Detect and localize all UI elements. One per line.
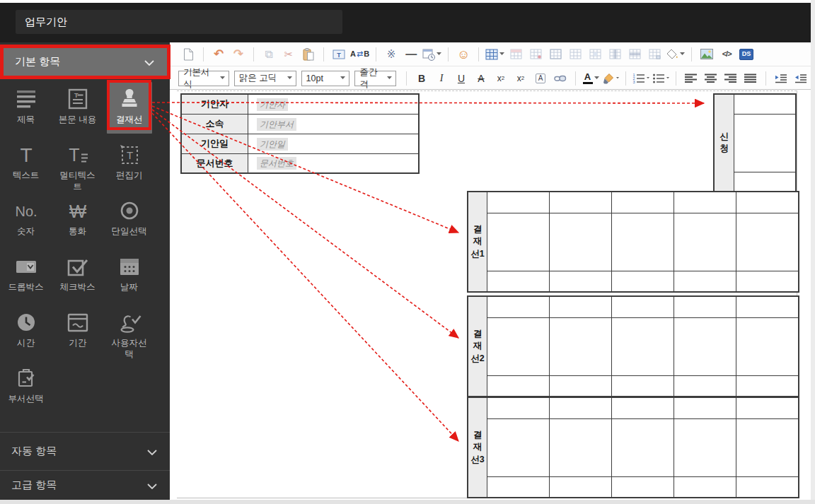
- table-cell[interactable]: [550, 397, 612, 418]
- table-cell[interactable]: [612, 296, 674, 317]
- sidebar-item-checkbox[interactable]: 체크박스: [52, 250, 103, 305]
- insert-column-button[interactable]: [526, 46, 545, 63]
- underline-button[interactable]: U: [452, 70, 470, 87]
- text-box-button[interactable]: T: [330, 46, 348, 63]
- table-cell[interactable]: [487, 397, 550, 418]
- outdent-button[interactable]: [772, 70, 790, 87]
- indent-button[interactable]: [792, 70, 810, 87]
- table-cell[interactable]: [487, 375, 550, 397]
- table-cell[interactable]: [736, 271, 799, 292]
- table-properties-button[interactable]: [546, 46, 565, 63]
- cell-border-button[interactable]: [566, 46, 584, 63]
- table-cell[interactable]: [612, 192, 674, 213]
- field-value-cell[interactable]: 문서번호: [248, 153, 420, 173]
- sidebar-section-advanced-items[interactable]: 고급 항목: [0, 470, 170, 500]
- sidebar-item-multi-text[interactable]: T멀티텍스트: [52, 138, 103, 194]
- sidebar-item-inline-editor[interactable]: T편집기: [103, 138, 155, 194]
- table-cell[interactable]: [550, 476, 612, 498]
- apply-table-label-cell[interactable]: 신청: [714, 94, 734, 192]
- special-character-button[interactable]: ※: [382, 46, 400, 63]
- field-label-cell[interactable]: 기안자: [181, 94, 248, 114]
- table-cell[interactable]: [550, 192, 612, 213]
- sidebar-item-number[interactable]: No.숫자: [0, 194, 52, 250]
- table-cell[interactable]: [736, 418, 799, 476]
- form-title-input[interactable]: [16, 10, 342, 34]
- sidebar-item-clock[interactable]: 시간: [0, 305, 52, 361]
- table-cell[interactable]: [612, 476, 674, 498]
- subscript-button[interactable]: x2: [511, 70, 530, 87]
- sidebar-item-title-lines[interactable]: 제목: [0, 82, 52, 138]
- field-value-cell[interactable]: 기안자: [248, 94, 420, 114]
- table-button[interactable]: [485, 46, 505, 63]
- merge-cells-button[interactable]: [586, 46, 604, 63]
- paste-button[interactable]: [299, 46, 318, 63]
- align-left-button[interactable]: [682, 70, 700, 87]
- table-cell[interactable]: [550, 296, 612, 317]
- sidebar-section-auto-items[interactable]: 자동 항목: [0, 432, 170, 470]
- superscript-button[interactable]: x2: [492, 70, 510, 87]
- table-cell[interactable]: [487, 192, 550, 213]
- table-cell[interactable]: [487, 476, 550, 498]
- sidebar-item-user-select[interactable]: 사용자선택: [103, 305, 155, 361]
- redo-button[interactable]: ↷: [229, 46, 248, 63]
- table-cell[interactable]: [736, 397, 799, 418]
- sidebar-item-text[interactable]: T텍스트: [0, 138, 52, 194]
- copy-button[interactable]: ⧉: [260, 46, 278, 63]
- sidebar-item-period[interactable]: 기간: [52, 305, 103, 361]
- split-cells-button[interactable]: [606, 46, 624, 63]
- emoticon-button[interactable]: ☺: [454, 46, 473, 63]
- table-cell[interactable]: [674, 476, 736, 498]
- image-button[interactable]: [698, 46, 716, 63]
- table-cell[interactable]: [736, 317, 799, 375]
- hyperlink-button[interactable]: [551, 70, 570, 87]
- new-document-button[interactable]: [179, 46, 197, 63]
- table-cell[interactable]: [612, 397, 674, 418]
- cell-color-button[interactable]: [665, 46, 686, 63]
- field-value-cell[interactable]: 기안부서: [248, 114, 420, 134]
- table-cell[interactable]: [550, 317, 612, 375]
- sidebar-item-approval-stamp[interactable]: 결재선: [107, 82, 152, 134]
- field-label-cell[interactable]: 소속: [181, 114, 248, 134]
- table-cell[interactable]: [550, 213, 612, 271]
- table-cell[interactable]: [487, 271, 550, 292]
- table-cell[interactable]: [550, 375, 612, 397]
- sidebar-item-radio[interactable]: 단일선택: [103, 194, 155, 250]
- highlight-color-button[interactable]: [601, 70, 620, 87]
- character-style-button[interactable]: A: [531, 70, 550, 87]
- table-cell[interactable]: [674, 317, 736, 375]
- split-row-button[interactable]: [625, 46, 644, 63]
- table-cell[interactable]: [736, 213, 799, 271]
- sidebar-item-body-content[interactable]: T본문 내용: [52, 82, 103, 138]
- sidebar-item-dropdown[interactable]: 드롭박스: [0, 250, 52, 305]
- table-cell[interactable]: [550, 418, 612, 476]
- table-cell[interactable]: [674, 296, 736, 317]
- field-label-cell[interactable]: 기안일: [181, 134, 248, 153]
- table-cell[interactable]: [487, 418, 550, 476]
- sidebar-item-department-select[interactable]: 부서선택: [0, 361, 52, 417]
- align-justify-button[interactable]: [741, 70, 760, 87]
- document-service-button[interactable]: DS: [737, 46, 756, 63]
- strikethrough-button[interactable]: A: [472, 70, 490, 87]
- table-cell[interactable]: [736, 476, 799, 498]
- paragraph-style-select[interactable]: 기본서식: [178, 71, 229, 86]
- sidebar-item-currency[interactable]: ₩통화: [52, 194, 103, 250]
- table-cell[interactable]: [487, 213, 550, 271]
- horizontal-line-button[interactable]: —: [402, 46, 420, 63]
- approval-table-label-cell[interactable]: 결재선2: [468, 296, 487, 397]
- approval-table-label-cell[interactable]: 결재선1: [468, 192, 487, 292]
- cell-properties-button[interactable]: [645, 46, 664, 63]
- table-cell[interactable]: [674, 375, 736, 397]
- table-cell[interactable]: [674, 213, 736, 271]
- ordered-list-button[interactable]: 123: [632, 70, 650, 87]
- align-right-button[interactable]: [722, 70, 740, 87]
- table-cell[interactable]: [674, 397, 736, 418]
- sidebar-section-basic-items[interactable]: 기본 항목: [0, 45, 170, 79]
- cut-button[interactable]: ✂: [279, 46, 298, 63]
- field-label-cell[interactable]: 문서번호: [181, 153, 248, 173]
- undo-button[interactable]: ↶: [209, 46, 228, 63]
- table-cell[interactable]: [612, 271, 674, 292]
- unordered-list-button[interactable]: [652, 70, 670, 87]
- table-cell[interactable]: [674, 418, 736, 476]
- font-family-select[interactable]: 맑은 고딕: [234, 71, 296, 86]
- table-cell[interactable]: [612, 317, 674, 375]
